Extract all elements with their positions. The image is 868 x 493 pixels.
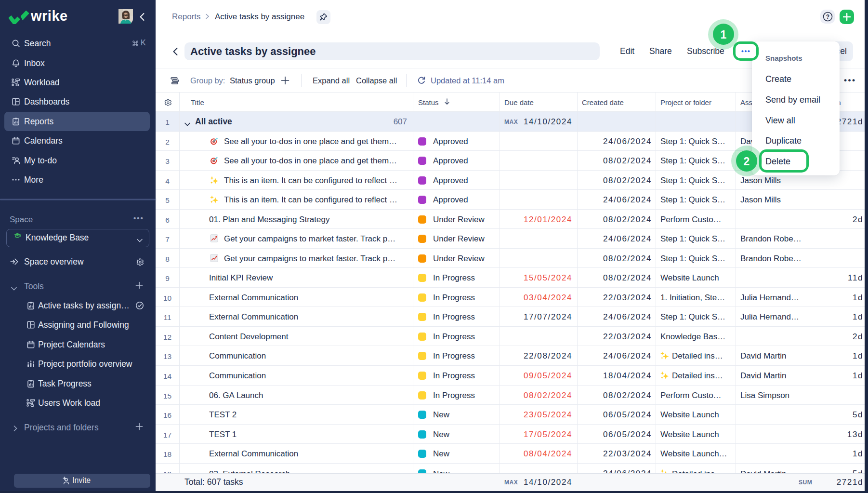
svg-text:?: ?	[826, 13, 829, 20]
